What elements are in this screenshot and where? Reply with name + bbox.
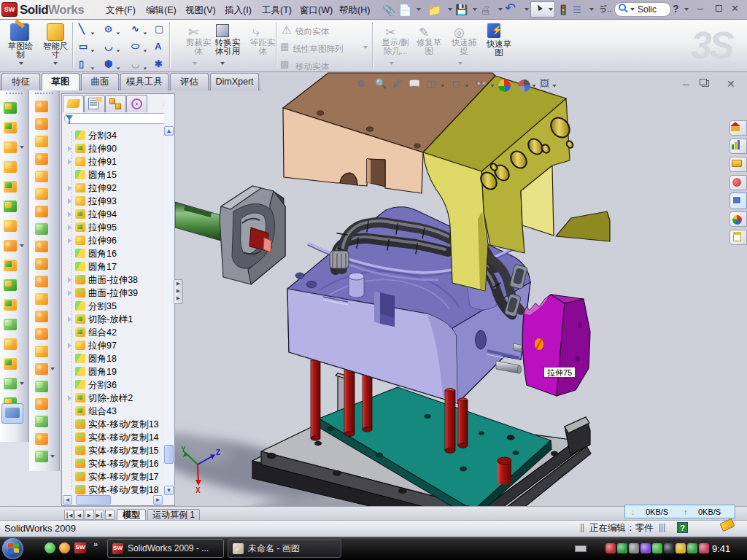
svg-text:Y: Y [181, 446, 186, 454]
svg-text:X: X [196, 486, 201, 494]
svg-text:Z: Z [216, 448, 220, 456]
